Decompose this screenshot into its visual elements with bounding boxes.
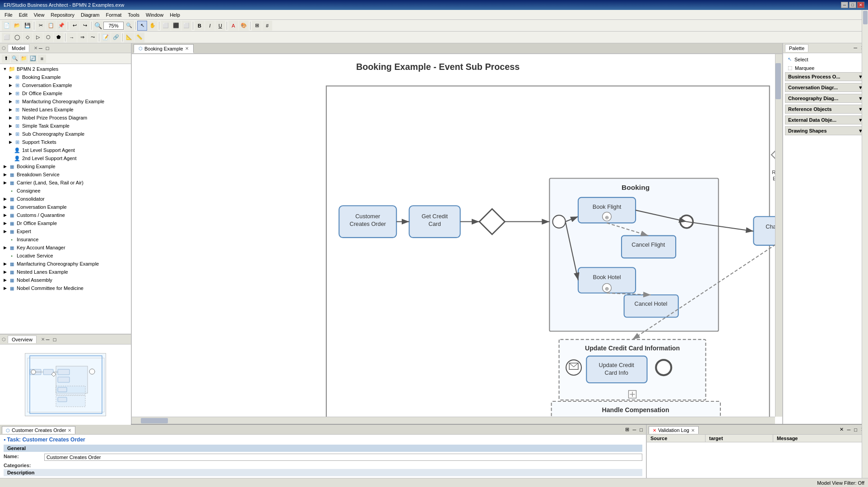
palette-section-header-bp[interactable]: Business Process O... ▼ <box>785 73 866 81</box>
vertical-scrollbar[interactable] <box>775 54 782 417</box>
tree-item-manfac[interactable]: ▶ ⊞ Manfacturing Choreography Example <box>0 97 131 106</box>
menu-tools[interactable]: Tools <box>125 11 142 18</box>
tree-toolbar-btn5[interactable]: ≡ <box>38 55 46 63</box>
tree-expand[interactable]: ▶ <box>2 228 8 234</box>
minimize-button[interactable]: ─ <box>841 2 848 8</box>
palette-section-header-ref[interactable]: Reference Objects ▼ <box>785 105 866 113</box>
tree-item-consignee[interactable]: ▪ Consignee <box>0 187 131 195</box>
overview-thumbnail[interactable] <box>25 353 106 416</box>
tree-expand[interactable]: ▶ <box>2 285 8 291</box>
tree-item-droffice[interactable]: ▶ ⊞ Dr Office Example <box>0 89 131 97</box>
tree-item-customs[interactable]: ▶ ▦ Customs / Quarantine <box>0 211 131 219</box>
tree-toolbar-btn4[interactable]: 🔄 <box>29 55 37 63</box>
tree-expand[interactable]: ▶ <box>2 269 8 275</box>
menu-edit[interactable]: Edit <box>16 11 30 18</box>
tree-expand[interactable]: ▶ <box>2 244 8 251</box>
tool-btn-12[interactable]: 📐 <box>124 32 134 42</box>
new-button[interactable]: 📄 <box>2 21 12 31</box>
name-input[interactable] <box>44 454 642 461</box>
diagram-canvas[interactable]: Booking Example - Event Sub Process Cust… <box>132 54 782 424</box>
pan-button[interactable]: ✋ <box>148 21 158 31</box>
tool-btn-7[interactable]: → <box>67 32 77 42</box>
bottom-left-expand[interactable]: ⊞ <box>624 426 631 433</box>
menu-file[interactable]: File <box>2 11 15 18</box>
validation-clear[interactable]: ✕ <box>838 426 845 433</box>
validation-minimize[interactable]: ─ <box>846 427 852 433</box>
palette-section-header-choreo[interactable]: Choreography Diag... ▼ <box>785 94 866 102</box>
tree-item-manfac-flat[interactable]: ▶ ▦ Manfacturing Choreography Example <box>0 260 131 268</box>
tool-btn-9[interactable]: ⤳ <box>88 32 97 42</box>
booking-example-tab[interactable]: ⬡ Booking Example ✕ <box>134 44 194 53</box>
tool-btn-4[interactable]: ▷ <box>33 32 43 42</box>
tree-item-nested-flat[interactable]: ▶ ▦ Nested Lanes Example <box>0 268 131 276</box>
validation-log-tab[interactable]: ✕ Validation Log ✕ <box>649 426 699 434</box>
palette-section-header-conv[interactable]: Conversation Diagr... ▼ <box>785 83 866 92</box>
tree-expand[interactable]: ▶ <box>2 179 8 186</box>
tree-expand[interactable]: ▶ <box>2 220 8 226</box>
tree-toolbar-btn3[interactable]: 📁 <box>20 55 28 63</box>
tree-item-1st-level[interactable]: 👤 1st Level Support Agent <box>0 146 131 154</box>
tree-expand[interactable]: ▶ <box>7 123 14 129</box>
menu-diagram[interactable]: Diagram <box>78 11 102 18</box>
tree-item-sub-choreo[interactable]: ▶ ⊞ Sub Choreography Example <box>0 130 131 138</box>
tree-toolbar-btn2[interactable]: 🔍 <box>11 55 19 63</box>
tree-toolbar-btn1[interactable]: ⬆ <box>2 55 10 63</box>
tree-expand-root[interactable]: ▼ <box>2 66 8 72</box>
tree-expand[interactable]: ▶ <box>7 131 14 137</box>
bottom-left-minimize[interactable]: ─ <box>631 427 638 433</box>
tree-item-conversation[interactable]: ▶ ⊞ Conversation Example <box>0 81 131 89</box>
tree-item-nobel[interactable]: ▶ ⊞ Nobel Prize Process Diagram <box>0 114 131 122</box>
tree-container[interactable]: ▼ 📁 BPMN 2 Examples ▶ ⊞ Booking Example … <box>0 64 131 334</box>
bottom-tab-close[interactable]: ✕ <box>68 428 71 433</box>
tree-expand[interactable]: ▶ <box>2 212 8 218</box>
palette-section-header-ext[interactable]: External Data Obje... ▼ <box>785 116 866 124</box>
fill-color-button[interactable]: 🎨 <box>239 21 249 31</box>
tree-item-locative[interactable]: ▪ Locative Service <box>0 252 131 260</box>
scroll-thumb-v[interactable] <box>775 63 781 99</box>
undo-button[interactable]: ↩ <box>70 21 79 31</box>
bold-button[interactable]: B <box>195 21 204 31</box>
cut-button[interactable]: ✂ <box>36 21 46 31</box>
menu-help[interactable]: Help <box>167 11 183 18</box>
tree-expand[interactable]: ▶ <box>7 82 14 88</box>
tree-expand[interactable]: ▶ <box>2 277 8 283</box>
validation-maximize[interactable]: □ <box>853 427 859 433</box>
tool-btn-1[interactable]: ⬜ <box>2 32 12 42</box>
horizontal-scrollbar[interactable] <box>132 417 775 424</box>
maximize-button[interactable]: □ <box>849 2 856 8</box>
redo-button[interactable]: ↪ <box>80 21 90 31</box>
tree-item-carrier[interactable]: ▶ ▦ Carrier (Land, Sea, Rail or Air) <box>0 179 131 187</box>
open-button[interactable]: 📂 <box>12 21 22 31</box>
menu-view[interactable]: View <box>31 11 47 18</box>
align-left-button[interactable]: ⬜ <box>161 21 171 31</box>
zoom-in-button[interactable]: 🔍 <box>124 21 134 31</box>
tree-item-conversation-flat[interactable]: ▶ ▦ Conversation Example <box>0 203 131 211</box>
tree-item-nobel-committee[interactable]: ▶ ▦ Nobel Committee for Medicine <box>0 284 131 292</box>
select-button[interactable]: ↖ <box>137 21 147 31</box>
tree-item-droffice-flat[interactable]: ▶ ▦ Dr Office Example <box>0 219 131 227</box>
menu-window[interactable]: Window <box>143 11 166 18</box>
panel-minimize[interactable]: ─ <box>37 45 44 51</box>
tree-item-nested-lanes[interactable]: ▶ ⊞ Nested Lanes Example <box>0 106 131 114</box>
tool-btn-3[interactable]: ◇ <box>23 32 32 42</box>
tree-expand[interactable]: ▶ <box>7 74 14 80</box>
validation-close[interactable]: ✕ <box>691 428 695 433</box>
align-center-button[interactable]: ⬛ <box>171 21 181 31</box>
tool-btn-10[interactable]: 📝 <box>101 32 111 42</box>
tree-expand[interactable]: ▶ <box>2 261 8 267</box>
tree-item-booking-example[interactable]: ▶ ⊞ Booking Example <box>0 73 131 81</box>
model-tab[interactable]: Model <box>8 44 29 52</box>
paste-button[interactable]: 📌 <box>56 21 66 31</box>
palette-minimize[interactable]: ─ <box>852 45 859 51</box>
customer-creates-order-tab[interactable]: ⬡ Customer Creates Order ✕ <box>2 426 75 434</box>
scroll-thumb-h[interactable] <box>141 418 168 423</box>
tree-item-key-account[interactable]: ▶ ▦ Key Account Manager <box>0 244 131 252</box>
palette-select-item[interactable]: ↖ Select <box>785 55 866 64</box>
tool-btn-13[interactable]: 📏 <box>135 32 144 42</box>
tree-item-simple[interactable]: ▶ ⊞ Simple Task Example <box>0 122 131 130</box>
grid-button[interactable]: # <box>262 21 272 31</box>
tree-item-breakdown[interactable]: ▶ ▦ Breakdown Service <box>0 170 131 179</box>
tree-expand[interactable]: ▶ <box>7 115 14 121</box>
save-button[interactable]: 💾 <box>23 21 32 31</box>
tree-root-item[interactable]: ▼ 📁 BPMN 2 Examples <box>0 65 131 73</box>
